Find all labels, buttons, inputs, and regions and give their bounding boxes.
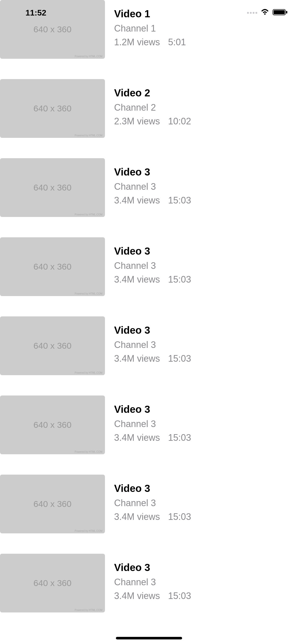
video-item[interactable]: 640 x 360Powered by HTML.COMVideo 2Chann…	[0, 79, 298, 138]
video-title: Video 3	[114, 483, 191, 494]
video-item[interactable]: 640 x 360Powered by HTML.COMVideo 3Chann…	[0, 396, 298, 454]
video-thumbnail[interactable]: 640 x 360Powered by HTML.COM	[0, 316, 105, 375]
thumbnail-attribution: Powered by HTML.COM	[75, 292, 102, 295]
video-meta: 1.2M views5:01	[114, 37, 186, 48]
thumbnail-label: 640 x 360	[33, 420, 71, 430]
video-duration: 15:03	[168, 274, 191, 285]
thumbnail-label: 640 x 360	[33, 499, 71, 509]
video-views: 3.4M views	[114, 353, 160, 364]
thumbnail-label: 640 x 360	[33, 24, 71, 34]
thumbnail-label: 640 x 360	[33, 578, 71, 588]
video-duration: 15:03	[168, 432, 191, 443]
video-thumbnail[interactable]: 640 x 360Powered by HTML.COM	[0, 158, 105, 217]
video-meta: 3.4M views15:03	[114, 195, 191, 206]
video-info: Video 3Channel 33.4M views15:03	[114, 396, 191, 454]
video-title: Video 3	[114, 562, 191, 573]
video-meta: 3.4M views15:03	[114, 432, 191, 443]
video-views: 3.4M views	[114, 432, 160, 443]
video-channel: Channel 3	[114, 498, 191, 508]
video-views: 1.2M views	[114, 37, 160, 48]
video-meta: 3.4M views15:03	[114, 274, 191, 285]
video-item[interactable]: 640 x 360Powered by HTML.COMVideo 3Chann…	[0, 316, 298, 375]
video-info: Video 2Channel 22.3M views10:02	[114, 79, 191, 138]
video-thumbnail[interactable]: 640 x 360Powered by HTML.COM	[0, 554, 105, 612]
thumbnail-attribution: Powered by HTML.COM	[75, 213, 102, 216]
video-duration: 15:03	[168, 353, 191, 364]
video-channel: Channel 3	[114, 340, 191, 350]
video-views: 3.4M views	[114, 274, 160, 285]
thumbnail-label: 640 x 360	[33, 262, 71, 272]
video-title: Video 2	[114, 87, 191, 99]
thumbnail-attribution: Powered by HTML.COM	[75, 134, 102, 137]
video-duration: 5:01	[168, 37, 186, 48]
video-views: 3.4M views	[114, 511, 160, 522]
thumbnail-attribution: Powered by HTML.COM	[75, 55, 102, 58]
video-item[interactable]: 640 x 360Powered by HTML.COMVideo 1Chann…	[0, 0, 298, 59]
video-thumbnail[interactable]: 640 x 360Powered by HTML.COM	[0, 396, 105, 454]
video-duration: 15:03	[168, 591, 191, 601]
video-info: Video 3Channel 33.4M views15:03	[114, 237, 191, 296]
video-duration: 10:02	[168, 116, 191, 127]
video-item[interactable]: 640 x 360Powered by HTML.COMVideo 3Chann…	[0, 475, 298, 533]
video-thumbnail[interactable]: 640 x 360Powered by HTML.COM	[0, 0, 105, 59]
video-title: Video 3	[114, 404, 191, 415]
video-title: Video 3	[114, 245, 191, 257]
video-channel: Channel 3	[114, 419, 191, 429]
thumbnail-label: 640 x 360	[33, 104, 71, 113]
home-indicator[interactable]	[116, 637, 182, 639]
thumbnail-attribution: Powered by HTML.COM	[75, 609, 102, 611]
video-duration: 15:03	[168, 195, 191, 206]
video-info: Video 3Channel 33.4M views15:03	[114, 554, 191, 612]
video-info: Video 3Channel 33.4M views15:03	[114, 158, 191, 217]
thumbnail-attribution: Powered by HTML.COM	[75, 530, 102, 532]
thumbnail-attribution: Powered by HTML.COM	[75, 371, 102, 374]
video-info: Video 1Channel 11.2M views5:01	[114, 0, 186, 59]
video-channel: Channel 3	[114, 181, 191, 192]
video-channel: Channel 3	[114, 577, 191, 588]
video-views: 2.3M views	[114, 116, 160, 127]
video-channel: Channel 3	[114, 260, 191, 271]
video-views: 3.4M views	[114, 591, 160, 601]
video-duration: 15:03	[168, 511, 191, 522]
video-info: Video 3Channel 33.4M views15:03	[114, 316, 191, 375]
video-item[interactable]: 640 x 360Powered by HTML.COMVideo 3Chann…	[0, 237, 298, 296]
video-thumbnail[interactable]: 640 x 360Powered by HTML.COM	[0, 79, 105, 138]
video-meta: 3.4M views15:03	[114, 591, 191, 601]
video-info: Video 3Channel 33.4M views15:03	[114, 475, 191, 533]
video-meta: 2.3M views10:02	[114, 116, 191, 127]
video-title: Video 3	[114, 166, 191, 178]
video-channel: Channel 1	[114, 23, 186, 34]
thumbnail-label: 640 x 360	[33, 183, 71, 193]
video-meta: 3.4M views15:03	[114, 353, 191, 364]
video-views: 3.4M views	[114, 195, 160, 206]
video-item[interactable]: 640 x 360Powered by HTML.COMVideo 3Chann…	[0, 158, 298, 217]
thumbnail-attribution: Powered by HTML.COM	[75, 450, 102, 453]
video-list[interactable]: 640 x 360Powered by HTML.COMVideo 1Chann…	[0, 0, 298, 612]
video-item[interactable]: 640 x 360Powered by HTML.COMVideo 3Chann…	[0, 554, 298, 612]
video-channel: Channel 2	[114, 102, 191, 113]
video-thumbnail[interactable]: 640 x 360Powered by HTML.COM	[0, 237, 105, 296]
video-title: Video 3	[114, 325, 191, 336]
video-meta: 3.4M views15:03	[114, 511, 191, 522]
video-title: Video 1	[114, 8, 186, 20]
thumbnail-label: 640 x 360	[33, 341, 71, 351]
video-thumbnail[interactable]: 640 x 360Powered by HTML.COM	[0, 475, 105, 533]
